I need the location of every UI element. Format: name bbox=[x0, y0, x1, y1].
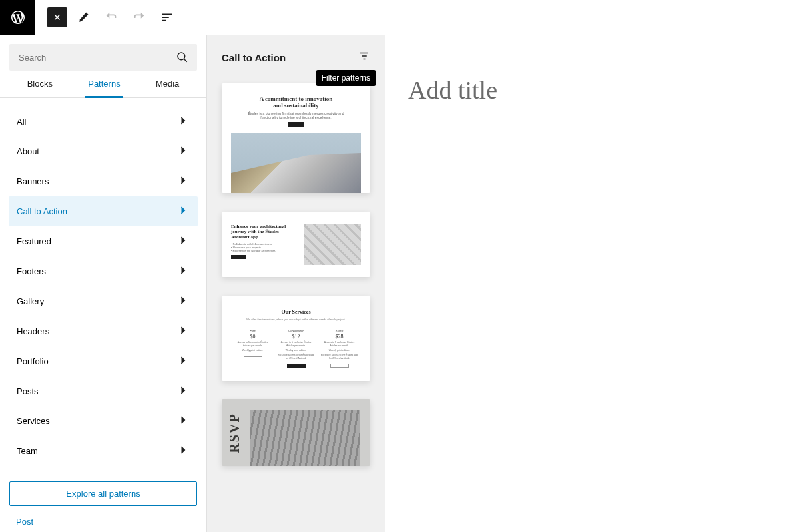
close-icon: ✕ bbox=[53, 12, 61, 23]
pattern-card[interactable]: Our Services We offer flexible options, … bbox=[222, 296, 370, 381]
category-label: Footers bbox=[17, 266, 46, 276]
category-item[interactable]: Footers bbox=[9, 256, 198, 286]
chevron-right-icon bbox=[176, 384, 190, 399]
close-inserter-button[interactable]: ✕ bbox=[47, 7, 67, 27]
card-heading: Our Services bbox=[234, 309, 358, 315]
pattern-card[interactable]: RSVP bbox=[222, 399, 370, 466]
tab-patterns[interactable]: Patterns bbox=[85, 79, 123, 98]
patterns-panel: Call to Action Filter patterns A commitm… bbox=[207, 35, 385, 532]
tier-desc: Exclusive access to the Études app for i… bbox=[320, 354, 358, 360]
editor-canvas[interactable]: Add title bbox=[385, 35, 799, 532]
category-label: Team bbox=[17, 446, 38, 456]
category-label: Portfolio bbox=[17, 356, 49, 366]
category-item[interactable]: Headers bbox=[9, 316, 198, 346]
search-input[interactable] bbox=[9, 44, 197, 71]
card-button-preview bbox=[231, 255, 246, 259]
tier-desc: Access to 5 exclusive Études Articles pe… bbox=[234, 341, 272, 348]
category-item[interactable]: About bbox=[9, 136, 198, 166]
filter-patterns-button[interactable] bbox=[358, 50, 370, 65]
category-label: Headers bbox=[17, 326, 49, 336]
category-label: About bbox=[17, 146, 39, 156]
category-item[interactable]: Posts bbox=[9, 376, 198, 406]
category-item[interactable]: Call to Action bbox=[9, 196, 198, 226]
tab-blocks[interactable]: Blocks bbox=[25, 79, 55, 97]
card-heading: Enhance your architectural journey with … bbox=[231, 224, 298, 240]
pattern-card[interactable]: Enhance your architectural journey with … bbox=[222, 212, 370, 277]
card-heading: and sustainability bbox=[231, 102, 361, 109]
chevron-right-icon bbox=[176, 264, 190, 279]
tier-desc: Weekly print edition. bbox=[277, 349, 315, 352]
chevron-right-icon bbox=[176, 144, 190, 159]
pattern-card[interactable]: A commitment to innovation and sustainab… bbox=[222, 83, 370, 193]
tier-desc: Access to 5 exclusive Études Articles pe… bbox=[320, 341, 358, 348]
panel-title: Call to Action bbox=[222, 52, 286, 63]
tier-name: Free bbox=[234, 329, 272, 332]
chevron-right-icon bbox=[176, 354, 190, 369]
wordpress-logo[interactable] bbox=[0, 0, 35, 35]
chevron-right-icon bbox=[176, 204, 190, 219]
chevron-right-icon bbox=[176, 324, 190, 339]
tier-price: $0 bbox=[234, 334, 272, 340]
card-button-preview bbox=[330, 364, 349, 368]
category-label: Services bbox=[17, 416, 50, 426]
explore-patterns-button[interactable]: Explore all patterns bbox=[9, 481, 197, 506]
card-button-preview bbox=[244, 356, 262, 360]
document-overview-icon[interactable] bbox=[155, 5, 179, 29]
category-item[interactable]: Portfolio bbox=[9, 346, 198, 376]
chevron-right-icon bbox=[176, 473, 190, 476]
undo-icon[interactable] bbox=[99, 5, 123, 29]
card-image-preview bbox=[250, 410, 360, 466]
rsvp-text: RSVP bbox=[227, 413, 242, 453]
tier-desc: Exclusive access to the Études app for i… bbox=[277, 354, 315, 360]
chevron-right-icon bbox=[176, 443, 190, 459]
card-button-preview bbox=[287, 364, 306, 368]
tier-desc: Weekly print edition. bbox=[234, 349, 272, 352]
category-label: Featured bbox=[17, 236, 51, 246]
chevron-right-icon bbox=[176, 294, 190, 309]
list-item: Experience the world of architecture. bbox=[231, 249, 298, 252]
card-button-preview bbox=[288, 122, 304, 127]
inserter-sidebar: Blocks Patterns Media AllAboutBannersCal… bbox=[0, 35, 207, 532]
redo-icon[interactable] bbox=[127, 5, 151, 29]
svg-line-1 bbox=[184, 59, 187, 62]
tier-desc: Access to 5 exclusive Études Articles pe… bbox=[277, 341, 315, 348]
tab-media[interactable]: Media bbox=[153, 79, 182, 97]
footer-link-post[interactable]: Post bbox=[0, 511, 206, 532]
chevron-right-icon bbox=[176, 234, 190, 249]
tier-name: Connoisseur bbox=[277, 329, 315, 332]
card-text: We offer flexible options, which you can… bbox=[246, 318, 346, 321]
category-label: Posts bbox=[17, 386, 39, 396]
post-title-placeholder[interactable]: Add title bbox=[408, 75, 776, 105]
svg-point-0 bbox=[178, 53, 185, 60]
category-item[interactable]: Banners bbox=[9, 166, 198, 196]
card-heading: A commitment to innovation bbox=[231, 95, 361, 102]
chevron-right-icon bbox=[176, 174, 190, 189]
tier-price: $12 bbox=[277, 334, 315, 340]
category-label: All bbox=[17, 117, 26, 127]
category-item[interactable]: Team bbox=[9, 436, 198, 466]
tier-desc: Weekly print edition. bbox=[320, 349, 358, 352]
card-image-preview bbox=[231, 133, 361, 193]
category-list: AllAboutBannersCall to ActionFeaturedFoo… bbox=[0, 98, 206, 476]
category-label: Call to Action bbox=[17, 206, 67, 216]
search-icon bbox=[176, 51, 189, 67]
chevron-right-icon bbox=[176, 413, 190, 429]
top-toolbar: ✕ bbox=[0, 0, 799, 35]
edit-icon[interactable] bbox=[71, 5, 95, 29]
category-label: Gallery bbox=[17, 296, 44, 306]
card-text: Études is a pioneering firm that seamles… bbox=[244, 111, 348, 119]
filter-tooltip: Filter patterns bbox=[316, 70, 376, 86]
inserter-tabs: Blocks Patterns Media bbox=[0, 71, 206, 98]
tier-price: $28 bbox=[320, 334, 358, 340]
category-item[interactable]: Featured bbox=[9, 226, 198, 256]
category-item[interactable]: Testimonials bbox=[9, 466, 198, 476]
category-item[interactable]: Gallery bbox=[9, 286, 198, 316]
tier-name: Expert bbox=[320, 329, 358, 332]
card-image-preview bbox=[304, 224, 361, 265]
chevron-right-icon bbox=[176, 114, 190, 129]
category-label: Banners bbox=[17, 176, 49, 186]
category-item[interactable]: Services bbox=[9, 406, 198, 436]
category-item[interactable]: All bbox=[9, 107, 198, 136]
